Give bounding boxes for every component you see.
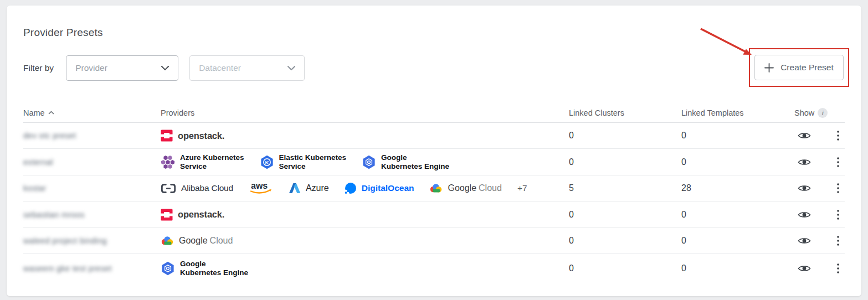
linked-clusters-value: 5 xyxy=(569,183,681,193)
table-row: external xyxy=(23,149,845,175)
show-preset-button[interactable] xyxy=(795,262,813,275)
row-actions-menu-button[interactable] xyxy=(835,128,841,143)
eye-icon xyxy=(798,210,811,219)
provider-presets-card: Provider Presets Filter by Provider Data… xyxy=(7,6,861,296)
eye-icon xyxy=(798,131,811,140)
row-actions-menu-button[interactable] xyxy=(835,181,841,195)
linked-templates-value: 0 xyxy=(681,131,794,141)
eye-icon xyxy=(798,184,811,193)
eye-icon xyxy=(798,236,811,245)
table-row: waseem gke test preset GoogleKubernetes … xyxy=(23,254,845,283)
provider-digitalocean: DigitalOcean xyxy=(345,182,414,194)
column-header-show: Show i xyxy=(794,108,845,118)
column-header-providers: Providers xyxy=(161,108,569,117)
provider-openstack: openstack. xyxy=(161,130,224,142)
row-actions-menu-button[interactable] xyxy=(835,234,841,248)
preset-name-blurred: external xyxy=(23,157,161,167)
linked-templates-value: 0 xyxy=(681,263,794,273)
eye-icon xyxy=(798,264,811,273)
table-row: waleed project binding GoogleCloud xyxy=(23,228,845,254)
column-header-linked-templates: Linked Templates xyxy=(681,108,794,117)
chevron-down-icon xyxy=(287,66,295,70)
provider-aws: aws xyxy=(249,180,273,196)
preset-name-blurred: dev otc preset xyxy=(23,131,161,141)
svg-text:K: K xyxy=(265,159,269,165)
preset-name-blurred: kostar xyxy=(23,183,161,193)
table-row: dev otc preset openstack. 0 xyxy=(23,123,845,149)
table-header-row: Name Providers Linked Clusters Linked Te… xyxy=(23,103,845,123)
kebab-menu-icon xyxy=(837,263,839,273)
azure-icon xyxy=(289,183,301,194)
provider-filter-select[interactable]: Provider xyxy=(66,55,178,81)
eks-icon: K xyxy=(260,155,274,169)
aks-icon xyxy=(161,155,175,169)
show-preset-button[interactable] xyxy=(795,182,813,195)
linked-clusters-value: 0 xyxy=(569,157,681,167)
show-preset-button[interactable] xyxy=(795,208,813,221)
show-preset-button[interactable] xyxy=(795,234,813,247)
svg-text:aws: aws xyxy=(251,181,268,190)
alibaba-cloud-icon xyxy=(161,183,176,194)
create-preset-label: Create Preset xyxy=(780,63,834,73)
provider-alibaba-cloud: Alibaba Cloud xyxy=(161,183,233,194)
info-icon[interactable]: i xyxy=(818,108,828,118)
provider-azure: Azure xyxy=(289,183,329,194)
provider-google-cloud: GoogleCloud xyxy=(429,183,501,194)
provider-google-cloud: GoogleCloud xyxy=(161,235,233,246)
openstack-icon xyxy=(161,209,173,221)
presets-table: Name Providers Linked Clusters Linked Te… xyxy=(23,103,845,283)
linked-clusters-value: 0 xyxy=(569,210,681,220)
provider-filter-placeholder: Provider xyxy=(75,63,107,73)
provider-openstack: openstack. xyxy=(161,209,224,221)
sort-ascending-icon xyxy=(48,111,54,115)
digitalocean-icon xyxy=(345,182,357,194)
openstack-icon xyxy=(161,130,173,142)
more-providers-badge[interactable]: +7 xyxy=(517,183,527,193)
show-preset-button[interactable] xyxy=(795,156,813,169)
provider-azure-kubernetes-service: Azure KubernetesService xyxy=(161,153,244,171)
google-cloud-icon xyxy=(429,183,443,194)
column-header-linked-clusters: Linked Clusters xyxy=(569,108,681,117)
linked-templates-value: 0 xyxy=(681,157,794,167)
filter-by-label: Filter by xyxy=(23,63,54,73)
datacenter-filter-placeholder: Datacenter xyxy=(199,63,241,73)
filter-bar: Filter by Provider Datacenter xyxy=(23,55,845,81)
column-header-name[interactable]: Name xyxy=(23,108,161,117)
eye-icon xyxy=(798,158,811,167)
gke-icon xyxy=(161,261,175,276)
provider-google-kubernetes-engine: GoogleKubernetes Engine xyxy=(362,153,449,171)
plus-icon xyxy=(764,63,774,73)
row-actions-menu-button[interactable] xyxy=(835,261,841,276)
kebab-menu-icon xyxy=(837,131,839,141)
table-row: kostar Alibaba Cloud aws xyxy=(23,175,845,201)
page-title: Provider Presets xyxy=(23,6,845,39)
chevron-down-icon xyxy=(161,66,169,70)
google-cloud-icon xyxy=(161,235,174,246)
gke-icon xyxy=(362,155,376,169)
kebab-menu-icon xyxy=(837,157,839,167)
preset-name-blurred: waseem gke test preset xyxy=(23,263,161,273)
aws-icon: aws xyxy=(249,180,273,196)
linked-templates-value: 0 xyxy=(681,236,794,246)
linked-clusters-value: 0 xyxy=(569,263,681,273)
show-preset-button[interactable] xyxy=(795,129,813,142)
row-actions-menu-button[interactable] xyxy=(835,155,841,169)
kebab-menu-icon xyxy=(837,210,839,220)
preset-name-blurred: sebastian mroos xyxy=(23,210,161,220)
kebab-menu-icon xyxy=(837,183,839,193)
linked-clusters-value: 0 xyxy=(569,131,681,141)
kebab-menu-icon xyxy=(837,236,839,246)
provider-google-kubernetes-engine: GoogleKubernetes Engine xyxy=(161,260,248,277)
linked-templates-value: 0 xyxy=(681,210,794,220)
create-preset-button[interactable]: Create Preset xyxy=(754,55,844,80)
row-actions-menu-button[interactable] xyxy=(835,208,841,222)
preset-name-blurred: waleed project binding xyxy=(23,236,161,246)
provider-elastic-kubernetes-service: K Elastic KubernetesService xyxy=(260,153,347,171)
datacenter-filter-select[interactable]: Datacenter xyxy=(189,55,305,81)
linked-clusters-value: 0 xyxy=(569,236,681,246)
table-row: sebastian mroos openstack. 0 0 xyxy=(23,201,845,228)
linked-templates-value: 28 xyxy=(681,183,794,193)
